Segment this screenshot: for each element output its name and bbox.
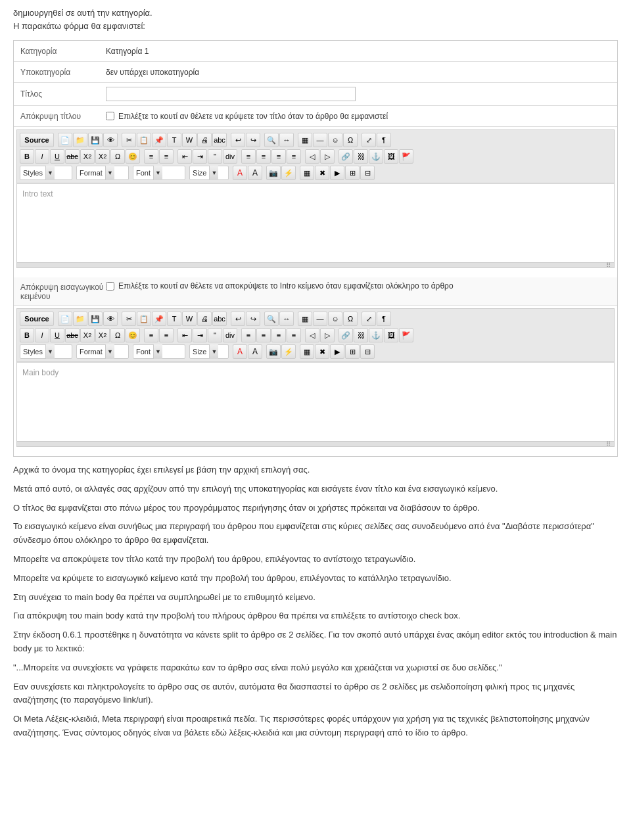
tb-blockquote[interactable]: " <box>208 149 222 164</box>
format-dropdown-2[interactable]: Format ▼ <box>76 344 129 359</box>
font-dropdown-2[interactable]: Font ▼ <box>133 344 185 359</box>
tb2-indent-inc[interactable]: ⇥ <box>193 328 207 342</box>
tb-paste-text[interactable]: T <box>167 133 181 147</box>
tb-align-center[interactable]: ≡ <box>256 149 271 164</box>
tb2-link[interactable]: 🔗 <box>339 328 353 342</box>
tb2-sup[interactable]: X2 <box>95 328 110 342</box>
tb2-blockquote[interactable]: " <box>208 328 222 342</box>
tb2-flash[interactable]: ⚡ <box>281 344 296 359</box>
tb-showall[interactable]: ¶ <box>377 133 391 147</box>
tb-tbl-del[interactable]: ✖ <box>315 166 329 180</box>
tb-align-left[interactable]: ≡ <box>241 149 256 164</box>
tb2-redo[interactable]: ↪ <box>246 312 260 326</box>
tb2-image[interactable]: 🖼 <box>384 328 398 342</box>
tb2-cut[interactable]: ✂ <box>122 312 136 326</box>
tb2-unlink[interactable]: ⛓ <box>354 328 368 342</box>
tb-paste-img[interactable]: 📷 <box>266 166 281 180</box>
tb-ul[interactable]: ≡ <box>159 149 174 164</box>
tb2-paste-word[interactable]: W <box>182 312 197 326</box>
tb2-indent-dec[interactable]: ⇤ <box>177 328 192 342</box>
tb-flag[interactable]: 🚩 <box>399 149 413 164</box>
title-input[interactable] <box>106 87 356 101</box>
tb-sub[interactable]: X2 <box>80 149 95 164</box>
tb-bold[interactable]: B <box>20 149 34 164</box>
tb-copy[interactable]: 📋 <box>137 133 151 147</box>
tb-paste[interactable]: 📌 <box>152 133 166 147</box>
tb2-print[interactable]: 🖨 <box>197 312 212 326</box>
tb2-replace[interactable]: ↔ <box>279 312 294 326</box>
editor2-body[interactable]: Main body <box>17 362 614 441</box>
tb-unlink[interactable]: ⛓ <box>354 149 368 164</box>
tb2-smiley[interactable]: ☺ <box>328 312 342 326</box>
tb-link[interactable]: 🔗 <box>339 149 353 164</box>
tb2-strike[interactable]: abc <box>65 328 80 342</box>
tb-textdir-rtl[interactable]: ▷ <box>320 149 335 164</box>
tb-media[interactable]: ▶ <box>330 166 344 180</box>
tb-preview[interactable]: 👁 <box>103 133 118 147</box>
tb-open[interactable]: 📁 <box>73 133 87 147</box>
tb-print[interactable]: 🖨 <box>197 133 212 147</box>
tb2-bold[interactable]: B <box>20 328 34 342</box>
editor1-resize[interactable]: ⠿ <box>17 262 614 268</box>
tb-emoticon[interactable]: 😊 <box>126 149 140 164</box>
tb2-flag[interactable]: 🚩 <box>399 328 413 342</box>
tb2-anchor[interactable]: ⚓ <box>369 328 383 342</box>
source-button-2[interactable]: Source <box>20 312 54 326</box>
tb-save[interactable]: 💾 <box>88 133 103 147</box>
tb2-maximize[interactable]: ⤢ <box>362 312 376 326</box>
source-button-1[interactable]: Source <box>20 133 54 147</box>
tb-cut[interactable]: ✂ <box>122 133 136 147</box>
tb2-tbl-del[interactable]: ✖ <box>315 344 329 359</box>
tb2-spell[interactable]: abc <box>212 312 227 326</box>
tb2-paste-img[interactable]: 📷 <box>266 344 281 359</box>
tb-tbl-create[interactable]: ▦ <box>300 166 314 180</box>
tb2-ul[interactable]: ≡ <box>159 328 174 342</box>
tb-align-justify[interactable]: ≡ <box>287 149 301 164</box>
tb-ext1[interactable]: ⊞ <box>345 166 360 180</box>
tb2-find[interactable]: 🔍 <box>264 312 279 326</box>
tb2-underline[interactable]: U <box>50 328 64 342</box>
tb-bg-color[interactable]: A <box>248 166 262 180</box>
tb2-textdir-ltr[interactable]: ◁ <box>305 328 319 342</box>
tb2-tbl-create[interactable]: ▦ <box>300 344 314 359</box>
format-dropdown-1[interactable]: Format ▼ <box>76 166 129 180</box>
tb2-new-doc[interactable]: 📄 <box>58 312 72 326</box>
tb2-align-justify[interactable]: ≡ <box>287 328 301 342</box>
tb-redo[interactable]: ↪ <box>246 133 260 147</box>
tb-image[interactable]: 🖼 <box>384 149 398 164</box>
tb-undo[interactable]: ↩ <box>231 133 245 147</box>
tb2-ext2[interactable]: ⊟ <box>360 344 375 359</box>
tb2-textdir-rtl[interactable]: ▷ <box>320 328 335 342</box>
tb2-align-right[interactable]: ≡ <box>271 328 286 342</box>
tb2-copy[interactable]: 📋 <box>137 312 151 326</box>
tb-special[interactable]: Ω <box>343 133 358 147</box>
tb-ext2[interactable]: ⊟ <box>360 166 375 180</box>
font-dropdown-1[interactable]: Font ▼ <box>133 166 185 180</box>
tb2-align-center[interactable]: ≡ <box>256 328 271 342</box>
tb2-special[interactable]: Ω <box>343 312 358 326</box>
tb2-preview[interactable]: 👁 <box>103 312 118 326</box>
tb2-align-left[interactable]: ≡ <box>241 328 256 342</box>
hide-title-checkbox[interactable] <box>106 112 114 120</box>
tb2-hr[interactable]: — <box>313 312 327 326</box>
tb-font-color[interactable]: A <box>233 166 247 180</box>
tb-underline[interactable]: U <box>50 149 64 164</box>
tb-new-doc[interactable]: 📄 <box>58 133 72 147</box>
hide-intro-checkbox[interactable] <box>106 282 114 291</box>
tb2-table[interactable]: ▦ <box>298 312 312 326</box>
tb-flash[interactable]: ⚡ <box>281 166 296 180</box>
tb-italic[interactable]: I <box>35 149 49 164</box>
tb-spell[interactable]: abc <box>212 133 227 147</box>
tb-anchor[interactable]: ⚓ <box>369 149 383 164</box>
styles-dropdown-1[interactable]: Styles ▼ <box>20 166 72 180</box>
tb-replace[interactable]: ↔ <box>279 133 294 147</box>
size-dropdown-2[interactable]: Size ▼ <box>189 344 229 359</box>
tb2-sub[interactable]: X2 <box>80 328 95 342</box>
tb2-paste-text[interactable]: T <box>167 312 181 326</box>
size-dropdown-1[interactable]: Size ▼ <box>189 166 229 180</box>
tb-omega[interactable]: Ω <box>110 149 125 164</box>
tb-smiley[interactable]: ☺ <box>328 133 342 147</box>
tb-indent-inc[interactable]: ⇥ <box>193 149 207 164</box>
tb-find[interactable]: 🔍 <box>264 133 279 147</box>
tb-align-right[interactable]: ≡ <box>271 149 286 164</box>
